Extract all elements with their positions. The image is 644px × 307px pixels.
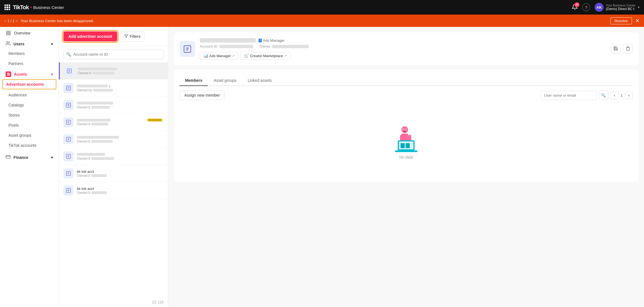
svg-marker-11 (125, 34, 128, 38)
user-menu[interactable]: AK Your Business Center (Demo) Direct BC… (595, 3, 640, 12)
sidebar-item-audiences[interactable]: Audiences (0, 90, 59, 100)
svg-rect-5 (7, 73, 8, 74)
account-list: Owned b s Owned by (59, 62, 168, 297)
member-search-submit[interactable]: 🔍 (599, 90, 608, 100)
list-item[interactable]: tik tok acct Owned b (59, 165, 168, 182)
tab-asset-groups[interactable]: Asset groups (208, 75, 242, 86)
filters-button[interactable]: Filters (120, 32, 145, 41)
grid-menu-icon[interactable] (4, 4, 10, 10)
sidebar-item-overview[interactable]: Overview (0, 27, 59, 39)
account-item-icon (63, 134, 73, 144)
list-item[interactable]: tik tok acct Owned b (59, 182, 168, 199)
list-item[interactable]: Owned b (59, 62, 168, 80)
no-data-illustration (389, 121, 423, 155)
list-footer: 115 (59, 297, 168, 307)
svg-point-4 (7, 41, 8, 43)
next-page-button[interactable]: › (625, 91, 633, 99)
detail-content-card: Members Asset groups Linked assets Assig… (174, 70, 638, 182)
avatar: AK (595, 3, 604, 12)
svg-rect-7 (7, 75, 8, 76)
account-id-value (219, 45, 253, 48)
svg-rect-8 (9, 75, 10, 76)
prev-page-button[interactable]: ‹ (611, 91, 618, 99)
account-detail-card: f Ads Manager Account ID Owner (174, 32, 638, 65)
filter-icon (124, 34, 128, 39)
users-icon (6, 41, 11, 47)
resolve-button[interactable]: Resolve (610, 17, 632, 24)
finance-chevron-icon: ▾ (51, 155, 53, 160)
member-search-input[interactable] (540, 91, 597, 100)
tab-members[interactable]: Members (180, 75, 208, 86)
account-item-icon (64, 66, 74, 76)
no-data-text: No data (399, 155, 413, 159)
sidebar-item-partners[interactable]: Partners (0, 59, 59, 69)
alert-nav[interactable]: ‹ 1 / 1 › (4, 19, 17, 23)
chevron-down-icon: ▾ (638, 5, 640, 9)
sidebar-item-stores[interactable]: Stores (0, 110, 59, 120)
total-count: 115 (158, 300, 164, 304)
close-alert-icon[interactable]: ✕ (635, 18, 640, 24)
alert-banner: ‹ 1 / 1 › Your Business Center has been … (0, 15, 644, 27)
account-item-icon (63, 83, 73, 93)
sidebar-item-catalogs[interactable]: Catalogs (0, 100, 59, 110)
notification-button[interactable]: 23 (572, 4, 578, 11)
list-item[interactable]: s Owned by (59, 80, 168, 97)
save-button[interactable] (611, 44, 620, 54)
owned-by-label: Owned b (78, 71, 91, 75)
account-search-input[interactable] (63, 50, 164, 59)
assets-chevron-icon: ▾ (51, 72, 53, 76)
delete-button[interactable] (623, 44, 633, 54)
bc-name: (Demo) Direct BC t (606, 7, 636, 11)
app-logo: TikTok · Business Center (13, 3, 64, 11)
list-item[interactable]: Owned b (59, 114, 168, 131)
svg-point-33 (403, 129, 404, 130)
sidebar-section-users[interactable]: Users ▾ (0, 39, 59, 48)
account-item-icon (63, 151, 73, 161)
external-link-icon: 📊 (203, 54, 208, 58)
owner-value (272, 45, 309, 48)
svg-rect-30 (406, 143, 410, 148)
detail-account-icon (180, 41, 195, 57)
account-item-icon (63, 168, 73, 178)
prev-alert-button[interactable]: ‹ (4, 19, 6, 23)
sidebar-item-pixels[interactable]: Pixels (0, 120, 59, 130)
sidebar-item-asset-groups[interactable]: Asset groups (0, 130, 59, 140)
svg-point-34 (406, 129, 407, 130)
save-icon (613, 46, 618, 52)
ads-manager-tag: f Ads Manager (259, 38, 285, 43)
tab-linked-assets[interactable]: Linked assets (242, 75, 277, 86)
ads-manager-link[interactable]: 📊 Ads Manager ↗ (200, 52, 238, 60)
search-icon2: 🔍 (601, 93, 606, 97)
creator-marketplace-link[interactable]: 🛒 Creator Marketplace ↗ (240, 52, 290, 60)
svg-rect-2 (6, 34, 8, 35)
svg-rect-9 (6, 155, 10, 159)
top-nav: TikTok · Business Center 23 ? AK Your Bu… (0, 0, 644, 15)
add-advertiser-account-button[interactable]: Add advertiser account (63, 31, 117, 41)
sidebar-section-assets[interactable]: Assets ▾ (0, 70, 59, 79)
account-search[interactable]: 🔍 (63, 50, 164, 59)
list-item[interactable]: Owned b (59, 148, 168, 165)
sidebar-section-finance[interactable]: Finance ▾ (0, 153, 59, 162)
sidebar-item-advertiser-accounts[interactable]: Advertiser accounts (2, 79, 56, 89)
list-item[interactable]: Owned b (59, 97, 168, 114)
marketplace-icon: 🛒 (244, 54, 249, 58)
assign-new-member-button[interactable]: Assign new member (180, 90, 225, 100)
sidebar: Overview Users ▾ Members Partners A (0, 27, 59, 307)
status-badge (146, 118, 164, 122)
detail-panel: f Ads Manager Account ID Owner (168, 27, 644, 307)
svg-rect-29 (401, 143, 405, 148)
no-data-state: No data (180, 104, 633, 176)
sidebar-item-tiktok-accounts[interactable]: TikTok accounts (0, 140, 59, 150)
alert-counter: 1 / 1 (7, 19, 14, 23)
svg-rect-0 (6, 31, 8, 32)
account-item-icon (63, 117, 73, 127)
svg-rect-1 (9, 31, 10, 32)
next-alert-button[interactable]: › (16, 19, 17, 23)
ads-icon: f (259, 39, 262, 42)
list-item[interactable]: Owned b (59, 131, 168, 148)
owner-label: Owner (260, 44, 270, 48)
help-button[interactable]: ? (582, 3, 590, 11)
overview-icon (6, 30, 11, 36)
sidebar-item-members[interactable]: Members (0, 48, 59, 59)
account-name-blurred (200, 38, 256, 43)
